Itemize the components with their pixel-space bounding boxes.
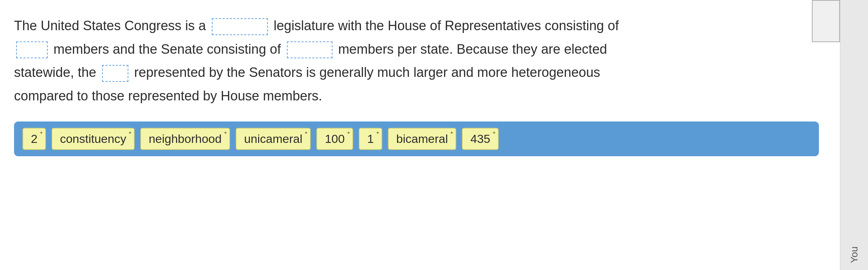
line3-text-before: statewide, the xyxy=(14,65,96,80)
word-tile-bicameral[interactable]: bicameral xyxy=(388,128,456,150)
right-panel: You xyxy=(840,0,868,270)
line2-text-before: members and the Senate consisting of xyxy=(54,42,281,57)
top-right-box xyxy=(812,0,840,42)
word-tile-constituency[interactable]: constituency xyxy=(52,128,135,150)
blank-4[interactable] xyxy=(102,65,128,82)
main-content: The United States Congress is a legislat… xyxy=(0,0,840,270)
line1-text-after: legislature with the House of Representa… xyxy=(274,18,619,33)
line3-text-after: represented by the Senators is generally… xyxy=(134,65,600,80)
passage-text: The United States Congress is a legislat… xyxy=(14,14,819,107)
word-bank: 2 constituency neighborhood unicameral 1… xyxy=(14,121,819,156)
line4-text: compared to those represented by House m… xyxy=(14,88,322,103)
blank-1[interactable] xyxy=(212,18,268,35)
word-tile-435[interactable]: 435 xyxy=(462,128,499,150)
you-label: You xyxy=(849,246,860,263)
line1-text-before: The United States Congress is a xyxy=(14,18,206,33)
word-tile-1[interactable]: 1 xyxy=(359,128,382,150)
word-tile-neighborhood[interactable]: neighborhood xyxy=(140,128,230,150)
blank-3[interactable] xyxy=(287,41,332,58)
word-tile-2[interactable]: 2 xyxy=(22,128,46,150)
word-tile-100[interactable]: 100 xyxy=(316,128,353,150)
blank-2[interactable] xyxy=(16,41,48,58)
word-tile-unicameral[interactable]: unicameral xyxy=(236,128,311,150)
line2-text-after: members per state. Because they are elec… xyxy=(338,42,607,57)
